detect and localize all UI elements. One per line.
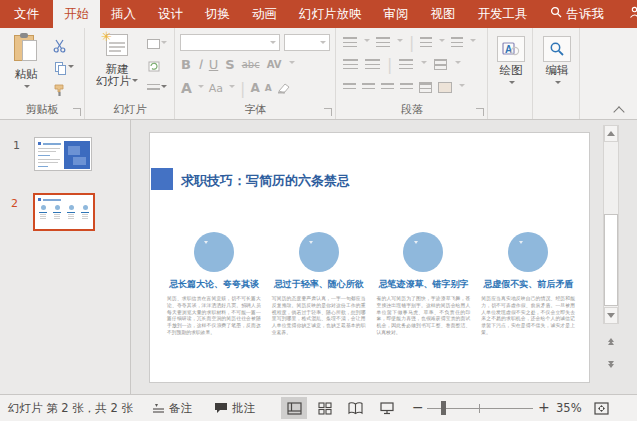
reset-slide-button[interactable]	[144, 57, 164, 75]
columns-dropdown-icon[interactable]	[421, 61, 427, 67]
underline-button[interactable]: U	[209, 57, 219, 72]
distribute-icon[interactable]	[419, 82, 432, 93]
font-size-dropdown-icon[interactable]	[320, 41, 326, 47]
notes-button[interactable]: 备注	[152, 395, 192, 421]
clipboard-dialog-launcher-icon[interactable]	[73, 108, 81, 116]
tab-transitions[interactable]: 切换	[194, 0, 241, 28]
scroll-up-button[interactable]	[604, 125, 618, 142]
zoom-level[interactable]: 35%	[556, 395, 582, 421]
column-3[interactable]: 忌笔迹潦草、错字别字 有的人写简历为了图快，字迹潦草飞舞，甚至接连出现错字别字。…	[375, 232, 473, 337]
italic-button[interactable]: I	[198, 57, 202, 72]
next-slide-button[interactable]	[604, 358, 617, 374]
drawing-dropdown-icon[interactable]	[509, 81, 515, 87]
tab-insert[interactable]: 插入	[100, 0, 147, 28]
previous-slide-button[interactable]	[604, 332, 617, 348]
text-direction-dropdown-icon[interactable]	[470, 39, 476, 45]
decrease-indent-icon[interactable]	[343, 59, 358, 69]
new-slide-button[interactable]: ✳ 新建 幻灯片	[94, 32, 140, 87]
align-text-icon[interactable]	[434, 59, 447, 70]
justify-icon[interactable]	[400, 83, 413, 92]
slide-title[interactable]: 求职技巧：写简历的六条禁忌	[181, 172, 350, 190]
comments-button[interactable]: 批注	[214, 395, 255, 421]
column-4[interactable]: 忌虚假不实、前后矛盾 简历应当真实地反映自己的情况、经历和能力，切不可弄虚作假、…	[479, 232, 577, 337]
scroll-down-button[interactable]	[604, 307, 618, 324]
layout-dropdown-icon[interactable]	[161, 41, 167, 47]
bullets-dropdown-icon[interactable]	[364, 39, 370, 45]
tab-design[interactable]: 设计	[147, 0, 194, 28]
editing-button[interactable]: 编辑	[540, 36, 574, 90]
layout-button[interactable]	[144, 35, 170, 53]
line-spacing-dropdown-icon[interactable]	[439, 39, 445, 45]
slide-indicator[interactable]: 幻灯片 第 2 张，共 2 张	[8, 395, 133, 421]
smartart-icon[interactable]	[438, 82, 452, 93]
zoom-out-button[interactable]: −	[412, 399, 424, 415]
bullets-icon[interactable]	[343, 37, 357, 47]
numbering-icon[interactable]	[376, 37, 390, 47]
font-color-dropdown-icon[interactable]	[198, 85, 204, 91]
section-dropdown-icon[interactable]	[161, 85, 167, 91]
tab-developer[interactable]: 开发工具	[467, 0, 539, 28]
tab-view[interactable]: 视图	[420, 0, 467, 28]
slide-1-thumbnail[interactable]	[34, 137, 92, 171]
font-name-dropdown-icon[interactable]	[270, 41, 276, 47]
tab-slideshow[interactable]: 幻灯片放映	[288, 0, 373, 28]
align-text-dropdown-icon[interactable]	[455, 61, 461, 67]
slide-canvas[interactable]: 求职技巧：写简历的六条禁忌 忌长篇大论、夸夸其谈 简历、求职信贵在言简意赅，切不…	[149, 132, 590, 383]
line-spacing-icon[interactable]	[420, 37, 432, 47]
character-spacing-button[interactable]: AV	[267, 59, 282, 70]
normal-view-button[interactable]	[281, 397, 307, 419]
strikethrough-button[interactable]: abc	[242, 59, 260, 70]
align-right-icon[interactable]	[381, 83, 394, 92]
tab-review[interactable]: 审阅	[373, 0, 420, 28]
fit-to-window-button[interactable]	[588, 397, 614, 419]
numbering-dropdown-icon[interactable]	[397, 39, 403, 45]
tab-file[interactable]: 文件	[0, 0, 53, 28]
font-name-combobox[interactable]	[180, 34, 280, 51]
editing-dropdown-icon[interactable]	[555, 81, 561, 87]
font-color-button[interactable]: A	[181, 80, 192, 96]
paragraph-dialog-launcher-icon[interactable]	[476, 108, 484, 116]
tab-animations[interactable]: 动画	[241, 0, 288, 28]
slideshow-view-button[interactable]	[374, 397, 400, 419]
clipboard-icon	[14, 33, 38, 63]
section-button[interactable]	[144, 79, 170, 97]
columns-icon[interactable]	[399, 59, 413, 69]
shrink-font-button[interactable]: A	[265, 83, 272, 93]
vertical-scrollbar[interactable]	[603, 125, 619, 324]
slide-2-thumbnail[interactable]	[33, 193, 95, 231]
increase-indent-icon[interactable]	[365, 59, 380, 69]
paste-dropdown-icon[interactable]	[24, 85, 30, 91]
tab-home[interactable]: 开始	[53, 0, 100, 28]
font-size-combobox[interactable]	[284, 34, 330, 51]
cut-button[interactable]	[50, 37, 70, 55]
share-button[interactable]: 共享	[615, 0, 637, 28]
paste-button[interactable]: 粘贴	[7, 33, 45, 94]
copy-dropdown-icon[interactable]	[68, 65, 74, 71]
char-spacing-dropdown-icon[interactable]	[289, 61, 295, 67]
slide-sorter-view-button[interactable]	[312, 397, 338, 419]
clear-formatting-icon[interactable]	[277, 82, 291, 94]
zoom-in-button[interactable]: +	[538, 399, 550, 415]
copy-button[interactable]	[50, 59, 78, 77]
tell-me-box[interactable]: 告诉我	[539, 0, 616, 28]
column-1[interactable]: 忌长篇大论、夸夸其谈 简历、求职信贵在言简意赅，切不可长篇大论、夸夸其谈，洋洋洒…	[165, 232, 263, 337]
align-left-icon[interactable]	[343, 83, 356, 92]
column-2[interactable]: 忌过于轻率、随心所欲 写简历的态度要严肃认真，一字一句都应当反复推敲。简历反映的…	[270, 232, 368, 337]
format-painter-button[interactable]	[50, 81, 70, 99]
text-direction-icon[interactable]	[451, 37, 463, 47]
paragraph-row1: |	[343, 35, 476, 49]
grow-font-button[interactable]: A	[251, 81, 260, 95]
drawing-button[interactable]: A 绘图	[494, 36, 528, 90]
collapse-ribbon-icon[interactable]	[615, 107, 625, 113]
new-slide-dropdown-icon[interactable]	[132, 79, 138, 85]
bold-button[interactable]: B	[181, 57, 191, 72]
smartart-dropdown-icon[interactable]	[459, 84, 465, 90]
change-case-button[interactable]: Aa	[209, 82, 223, 95]
font-dialog-launcher-icon[interactable]	[324, 108, 332, 116]
zoom-slider-thumb[interactable]	[441, 401, 446, 415]
align-center-icon[interactable]	[362, 83, 375, 92]
change-case-dropdown-icon[interactable]	[229, 85, 235, 91]
text-shadow-button[interactable]: S	[225, 57, 234, 72]
scrollbar-thumb[interactable]	[604, 214, 618, 306]
reading-view-button[interactable]	[342, 397, 368, 419]
